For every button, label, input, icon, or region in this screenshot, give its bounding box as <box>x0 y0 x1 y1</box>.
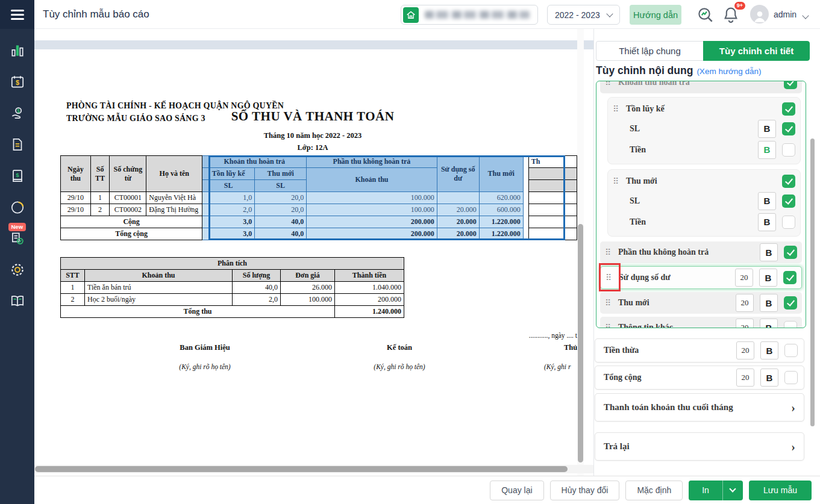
bold-toggle-button[interactable]: B <box>760 319 778 328</box>
drag-handle-icon[interactable]: ⠿ <box>605 81 618 87</box>
visibility-checkbox[interactable] <box>784 321 797 328</box>
page-title: Tùy chỉnh mẫu báo cáo <box>43 8 149 20</box>
bold-toggle-button[interactable]: B <box>760 341 778 359</box>
tab-detail-customize[interactable]: Tùy chỉnh chi tiết <box>703 41 810 61</box>
visibility-checkbox[interactable] <box>783 271 797 284</box>
sum-row: Cộng 3,0 40,0 200.000 20.000 1.220.000 <box>61 216 577 228</box>
item-su-dung-so-du[interactable]: ⠿ Sử dụng số dư B <box>600 266 802 289</box>
stats-search-button[interactable] <box>696 5 715 25</box>
item-thong-tin-khac[interactable]: ⠿ Thông tin khác B <box>600 317 802 328</box>
sidebar-item-dashboard[interactable] <box>7 41 28 60</box>
bold-toggle-button[interactable]: B <box>758 120 776 138</box>
visibility-checkbox[interactable] <box>782 143 795 157</box>
person-icon <box>752 8 768 23</box>
customize-panel: Thiết lập chung Tùy chỉnh chi tiết Tùy c… <box>593 29 820 476</box>
item-phan-thu-khong-hoan-tra[interactable]: ⠿ Phần thu không hoàn trả B <box>600 241 802 263</box>
grand-total-row: Tổng cộng 3,0 40,0 200.000 20.000 1.220.… <box>61 228 577 240</box>
item-tong-cong[interactable]: Tổng cộng B <box>595 366 804 390</box>
document-horizontal-scrollbar[interactable] <box>34 465 593 473</box>
panel-scrollbar[interactable] <box>810 138 815 426</box>
new-badge: New <box>8 223 27 231</box>
hamburger-menu-icon[interactable] <box>0 0 34 29</box>
drag-handle-icon[interactable]: ⠿ <box>613 177 626 185</box>
bold-toggle-button[interactable]: B <box>758 192 776 210</box>
visibility-checkbox[interactable] <box>782 216 795 229</box>
visibility-checkbox[interactable] <box>784 344 798 357</box>
notifications-button[interactable]: 9+ <box>721 5 740 25</box>
sidebar-item-documents[interactable] <box>7 135 28 154</box>
visibility-checkbox[interactable] <box>782 194 795 208</box>
visibility-checkbox[interactable] <box>782 175 795 188</box>
report-preview-area: PHÒNG TÀI CHÍNH - KẾ HOẠCH QUẬN NGÔ QUYỀ… <box>34 29 593 476</box>
vertical-scroll-thumb[interactable] <box>578 224 583 462</box>
visibility-checkbox[interactable] <box>784 296 797 310</box>
item-tien-thua[interactable]: Tiền thừa B <box>595 338 804 362</box>
bold-toggle-button[interactable]: B <box>759 269 777 287</box>
main-report-table: Ngày thu Số TT Số chứng từ Họ và tên Kho… <box>60 155 577 240</box>
home-icon[interactable] <box>403 7 419 23</box>
visibility-checkbox[interactable] <box>782 122 795 135</box>
font-size-input[interactable] <box>736 319 754 328</box>
sidebar-item-cash-book[interactable]: $ <box>7 166 28 185</box>
item-khoan-thu-hoan-tra[interactable]: ⠿ Khoản thu hoàn trả <box>600 81 802 93</box>
sidebar-item-settings[interactable] <box>7 260 28 279</box>
default-button[interactable]: Mặc định <box>625 481 683 500</box>
sidebar-nav: $ $ $ New <box>0 29 34 311</box>
drag-handle-icon[interactable]: ⠿ <box>605 323 618 328</box>
svg-text:$: $ <box>17 108 20 114</box>
discard-changes-button[interactable]: Hủy thay đổi <box>550 481 620 500</box>
drag-handle-icon[interactable]: ⠿ <box>605 299 618 307</box>
bold-toggle-button[interactable]: B <box>758 213 776 231</box>
font-size-input[interactable] <box>736 341 754 359</box>
print-split-button[interactable]: In <box>689 481 743 500</box>
nav-tra-lai[interactable]: Trả lại › <box>595 432 804 461</box>
font-size-input[interactable] <box>736 369 754 387</box>
bold-toggle-button[interactable]: B <box>760 243 778 261</box>
back-button[interactable]: Quay lại <box>490 481 543 500</box>
visibility-checkbox[interactable] <box>784 81 797 89</box>
drag-handle-icon[interactable]: ⠿ <box>613 105 626 113</box>
visibility-checkbox[interactable] <box>782 102 795 116</box>
sidebar-item-reports[interactable] <box>7 198 28 217</box>
visibility-checkbox[interactable] <box>784 371 798 384</box>
sidebar-item-guide-book[interactable] <box>7 291 28 311</box>
item-thu-moi[interactable]: ⠿ Thu mới B <box>600 292 802 314</box>
bar-chart-icon <box>10 43 25 58</box>
signature-date-line: ..........., ngày .... t <box>389 332 577 339</box>
drag-handle-icon[interactable]: ⠿ <box>606 273 619 282</box>
font-size-input[interactable] <box>735 269 753 287</box>
footer-bar: Quay lại Hủy thay đổi Mặc định In Lưu mẫ… <box>34 476 820 504</box>
save-template-button[interactable]: Lưu mẫu <box>749 481 812 500</box>
bold-toggle-button[interactable]: B <box>758 141 776 159</box>
nav-thanh-toan-cuoi-thang[interactable]: Thanh toán khoản thu cuối tháng › <box>595 393 804 422</box>
school-year-select[interactable]: 2022 - 2023 <box>547 5 620 25</box>
chevron-right-icon: › <box>791 441 795 453</box>
settings-gear-icon <box>10 262 25 278</box>
username-label[interactable]: admin <box>774 10 797 19</box>
visibility-checkbox[interactable] <box>784 246 797 259</box>
hand-coin-icon: $ <box>10 105 25 121</box>
svg-text:$: $ <box>16 172 19 178</box>
guide-button[interactable]: Hướng dẫn <box>630 5 681 25</box>
sidebar: $ $ $ New <box>0 0 34 504</box>
document-vertical-scrollbar[interactable] <box>577 29 584 476</box>
avatar[interactable] <box>750 5 769 23</box>
view-guide-link[interactable]: (Xem hướng dẫn) <box>696 67 761 76</box>
signature-block: Kế toán (Ký, ghi rõ họ tên) <box>327 343 472 370</box>
table-row: 2 Học 2 buổi/ngày 2,0 100.000 200.000 <box>61 294 404 306</box>
bold-toggle-button[interactable]: B <box>760 294 778 312</box>
bold-toggle-button[interactable]: B <box>760 369 778 387</box>
sidebar-item-collect-money[interactable]: $ <box>7 104 28 123</box>
school-search-input[interactable] <box>401 5 538 25</box>
sidebar-item-report-templates[interactable]: New <box>7 229 28 248</box>
font-size-input[interactable] <box>736 294 754 312</box>
horizontal-scroll-thumb[interactable] <box>35 466 568 472</box>
drag-handle-icon[interactable]: ⠿ <box>605 248 618 257</box>
print-button[interactable]: In <box>689 485 722 495</box>
tab-general-settings[interactable]: Thiết lập chung <box>596 41 703 61</box>
report-check-icon <box>10 231 25 246</box>
print-dropdown-button[interactable] <box>723 489 743 491</box>
chevron-down-icon <box>606 10 613 17</box>
user-menu-chevron-icon[interactable] <box>801 7 810 26</box>
sidebar-item-fee-calendar[interactable]: $ <box>7 72 28 92</box>
